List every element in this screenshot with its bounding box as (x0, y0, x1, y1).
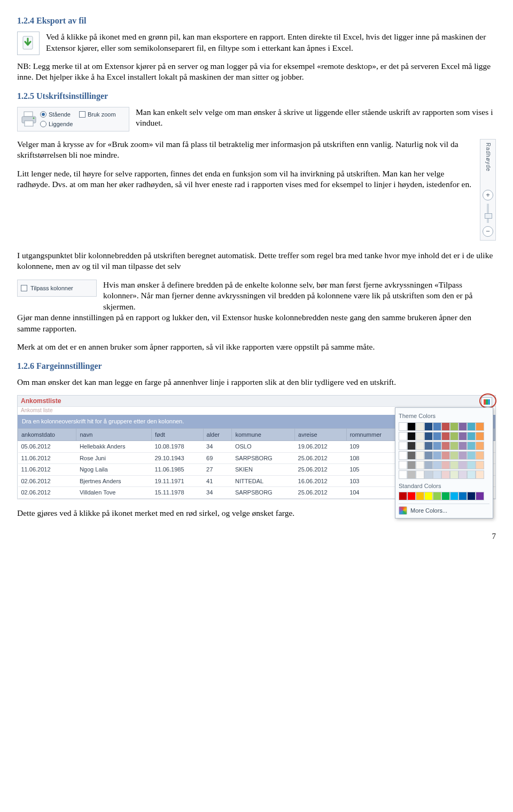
column-header[interactable]: navn (76, 428, 152, 441)
color-swatch[interactable] (416, 442, 424, 450)
color-swatch[interactable] (476, 451, 484, 460)
color-swatch[interactable] (467, 442, 476, 450)
color-swatch[interactable] (450, 422, 458, 431)
color-swatch[interactable] (458, 492, 467, 500)
color-swatch[interactable] (433, 492, 441, 500)
column-header[interactable]: ankomstdato (18, 428, 76, 441)
color-swatch[interactable] (476, 470, 484, 479)
color-swatch[interactable] (424, 492, 433, 500)
color-swatch[interactable] (424, 442, 433, 450)
color-swatch[interactable] (467, 461, 476, 469)
table-cell: SKIEN (232, 464, 295, 476)
color-swatch[interactable] (399, 422, 407, 431)
color-swatch[interactable] (399, 442, 407, 450)
color-swatch[interactable] (467, 451, 476, 460)
color-swatch[interactable] (416, 470, 424, 479)
color-swatch[interactable] (441, 442, 450, 450)
color-swatch[interactable] (433, 451, 441, 460)
color-swatch[interactable] (458, 432, 467, 440)
radhoyde-thumb[interactable] (485, 213, 492, 219)
color-swatch[interactable] (467, 432, 476, 440)
color-swatch[interactable] (450, 432, 458, 440)
color-swatch[interactable] (407, 422, 416, 431)
color-swatch[interactable] (476, 422, 484, 431)
paragraph: Om man ønsker det kan man legge en farge… (17, 377, 496, 388)
radhoyde-track[interactable] (487, 204, 489, 223)
color-swatch[interactable] (416, 461, 424, 469)
color-swatch[interactable] (476, 442, 484, 450)
label-tilpass: Tilpass kolonner (30, 284, 73, 292)
color-swatch[interactable] (407, 461, 416, 469)
paragraph: I utgangspunktet blir kolonnebredden på … (17, 250, 496, 272)
color-swatch[interactable] (424, 461, 433, 469)
color-swatch[interactable] (424, 432, 433, 440)
color-swatch[interactable] (467, 422, 476, 431)
color-swatch[interactable] (476, 432, 484, 440)
color-swatch[interactable] (416, 492, 424, 500)
color-swatch[interactable] (476, 492, 484, 500)
color-swatch[interactable] (416, 432, 424, 440)
color-swatch[interactable] (450, 492, 458, 500)
checkbox-brukzoom[interactable] (79, 111, 86, 118)
radio-liggende[interactable] (40, 121, 46, 127)
color-swatch[interactable] (407, 470, 416, 479)
table-cell: 41 (203, 475, 232, 487)
color-swatch[interactable] (407, 451, 416, 460)
color-swatch[interactable] (433, 470, 441, 479)
color-swatch[interactable] (441, 461, 450, 469)
color-swatch[interactable] (458, 451, 467, 460)
color-swatch[interactable] (458, 442, 467, 450)
color-swatch[interactable] (450, 442, 458, 450)
radio-standing[interactable] (40, 111, 46, 118)
color-swatch[interactable] (458, 422, 467, 431)
color-swatch[interactable] (399, 470, 407, 479)
color-swatch[interactable] (458, 470, 467, 479)
radhoyde-slider[interactable]: Radhøyde + − (480, 139, 496, 241)
radhoyde-label: Radhøyde (484, 143, 491, 185)
column-header[interactable]: kommune (232, 428, 295, 441)
table-cell: 25.06.2012 (295, 487, 347, 499)
color-swatch[interactable] (441, 422, 450, 431)
color-swatch[interactable] (458, 461, 467, 469)
color-swatch[interactable] (407, 432, 416, 440)
color-swatch[interactable] (450, 470, 458, 479)
row-color-button[interactable] (481, 397, 492, 407)
color-swatch[interactable] (399, 432, 407, 440)
color-swatch[interactable] (416, 422, 424, 431)
color-swatch[interactable] (450, 461, 458, 469)
color-swatch[interactable] (467, 470, 476, 479)
color-swatch[interactable] (441, 451, 450, 460)
color-swatch[interactable] (424, 422, 433, 431)
color-swatch[interactable] (433, 432, 441, 440)
column-header[interactable]: født (151, 428, 203, 441)
paragraph: Velger man å krysse av for «Bruk zoom» v… (17, 139, 496, 161)
color-swatch[interactable] (441, 432, 450, 440)
color-swatch[interactable] (399, 492, 407, 500)
color-swatch[interactable] (476, 461, 484, 469)
table-cell: 69 (203, 452, 232, 464)
color-swatch[interactable] (399, 461, 407, 469)
color-swatch[interactable] (424, 451, 433, 460)
color-swatch[interactable] (424, 470, 433, 479)
table-cell: 104 (346, 487, 402, 499)
more-colors-button[interactable]: More Colors... (399, 504, 489, 515)
radhoyde-plus[interactable]: + (483, 190, 493, 200)
color-swatch[interactable] (441, 492, 450, 500)
color-swatch[interactable] (407, 442, 416, 450)
table-cell: 27 (203, 464, 232, 476)
color-swatch[interactable] (416, 451, 424, 460)
radhoyde-minus[interactable]: − (483, 226, 493, 237)
checkbox-tilpass[interactable] (21, 285, 27, 291)
column-header[interactable]: avreise (295, 428, 347, 441)
column-header[interactable]: alder (203, 428, 232, 441)
color-swatch[interactable] (433, 422, 441, 431)
column-header[interactable]: romnummer (346, 428, 402, 441)
color-swatch[interactable] (433, 442, 441, 450)
color-swatch[interactable] (407, 492, 416, 500)
color-swatch[interactable] (399, 451, 407, 460)
color-swatch[interactable] (441, 470, 450, 479)
color-swatch[interactable] (467, 492, 476, 500)
color-swatch[interactable] (450, 451, 458, 460)
table-cell: 34 (203, 441, 232, 453)
color-swatch[interactable] (433, 461, 441, 469)
